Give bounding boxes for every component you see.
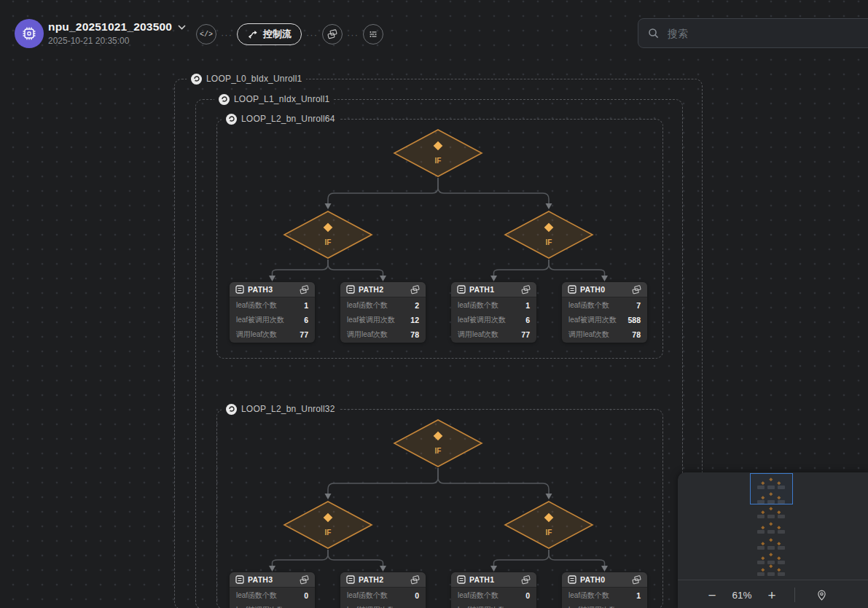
path-card-path0[interactable]: PATH0 leaf函数个数1 leaf被调用次数 调用leaf次数 xyxy=(562,572,647,608)
path-card-path1[interactable]: PATH1 leaf函数个数0 leaf被调用次数 调用leaf次数 xyxy=(451,572,536,608)
layers-icon[interactable] xyxy=(410,575,420,585)
stat-label: leaf函数个数 xyxy=(458,591,498,601)
stat-label: leaf函数个数 xyxy=(458,300,498,311)
stat-value: 1 xyxy=(304,301,308,310)
stat-label: leaf被调用次数 xyxy=(347,315,395,325)
loop-label-l1[interactable]: LOOP_L1_nIdx_Unroll1 xyxy=(214,93,334,106)
if-label: IF xyxy=(435,447,442,455)
stat-label: leaf被调用次数 xyxy=(347,605,395,608)
chevron-down-icon xyxy=(178,25,186,30)
layers-icon[interactable] xyxy=(521,575,531,585)
path-node-icon xyxy=(235,285,244,294)
path-card-header: PATH2 xyxy=(340,572,426,588)
stat-label: leaf被调用次数 xyxy=(568,315,617,325)
path-card-title: PATH0 xyxy=(580,285,628,294)
stat-label: 调用leaf次数 xyxy=(458,330,498,340)
loop-icon xyxy=(226,114,237,125)
stat-label: 调用leaf次数 xyxy=(236,330,277,340)
stat-row: 调用leaf次数77 xyxy=(230,327,315,341)
path-card-title: PATH2 xyxy=(359,285,407,294)
toolbar-separator: ··· xyxy=(305,30,318,39)
if-diamond-shape xyxy=(394,420,482,467)
loop-label-l0[interactable]: LOOP_L0_bIdx_Unroll1 xyxy=(187,72,306,85)
path-card-header: PATH1 xyxy=(451,572,536,588)
stat-value: 77 xyxy=(521,330,530,339)
if-node[interactable]: IF xyxy=(283,500,373,550)
stat-row: leaf函数个数0 xyxy=(230,588,315,602)
path-node-icon xyxy=(457,285,466,294)
search-input[interactable] xyxy=(666,27,851,40)
if-node[interactable]: IF xyxy=(504,500,594,550)
loop-label-text: LOOP_L0_bIdx_Unroll1 xyxy=(206,74,302,84)
divider xyxy=(794,588,795,602)
zoom-in-button[interactable]: + xyxy=(761,588,783,603)
session-timestamp: 2025-10-21 20:35:00 xyxy=(48,36,186,46)
minimap-viewport[interactable] xyxy=(750,473,793,504)
path-node-icon xyxy=(235,575,244,584)
layers-view-button[interactable] xyxy=(322,24,343,44)
stat-row: 调用leaf次数78 xyxy=(562,327,647,341)
code-view-button[interactable]: </> xyxy=(196,24,216,44)
layers-icon[interactable] xyxy=(300,575,309,585)
if-node[interactable]: IF xyxy=(393,418,483,468)
layers-icon[interactable] xyxy=(300,285,309,295)
layers-icon[interactable] xyxy=(410,285,420,295)
path-card-path3[interactable]: PATH3 leaf函数个数0 leaf被调用次数 调用leaf次数 xyxy=(230,572,315,608)
control-flow-button[interactable]: 控制流 xyxy=(237,23,302,45)
path-card-path2[interactable]: PATH2 leaf函数个数0 leaf被调用次数 调用leaf次数 xyxy=(340,572,426,608)
stat-value: 6 xyxy=(525,316,530,324)
zoom-out-button[interactable]: − xyxy=(701,588,723,603)
minimap-panel[interactable]: − 61% + xyxy=(678,472,868,608)
stat-row: leaf被调用次数6 xyxy=(451,313,536,327)
path-card-title: PATH0 xyxy=(580,575,628,584)
layers-icon[interactable] xyxy=(632,575,641,585)
if-diamond-shape xyxy=(284,502,372,548)
path-card-header: PATH3 xyxy=(230,572,315,588)
stat-row: leaf被调用次数12 xyxy=(340,313,426,327)
control-flow-icon xyxy=(247,29,258,40)
path-card-header: PATH3 xyxy=(230,282,315,297)
session-selector[interactable]: npu_20251021_203500 2025-10-21 20:35:00 xyxy=(48,20,186,46)
stat-label: 调用leaf次数 xyxy=(347,330,388,340)
zoom-controls: − 61% + xyxy=(678,580,868,608)
if-node[interactable]: IF xyxy=(283,210,373,260)
stat-row: leaf被调用次数 xyxy=(230,603,315,608)
stat-value: 1 xyxy=(525,301,530,310)
if-label: IF xyxy=(546,238,552,246)
layers-icon[interactable] xyxy=(521,285,531,295)
search-box[interactable] xyxy=(638,18,868,48)
filter-list-button[interactable] xyxy=(363,24,383,44)
stat-row: leaf函数个数1 xyxy=(230,298,315,312)
stat-label: leaf被调用次数 xyxy=(458,605,506,608)
loop-label-l2-unroll64[interactable]: LOOP_L2_bn_Unroll64 xyxy=(222,112,340,125)
stat-label: leaf被调用次数 xyxy=(236,315,284,325)
if-diamond-shape xyxy=(505,502,593,548)
stat-row: leaf被调用次数588 xyxy=(562,313,647,327)
if-node[interactable]: IF xyxy=(393,128,483,178)
code-icon: </> xyxy=(200,31,213,39)
stat-value: 6 xyxy=(304,316,308,324)
loop-label-l2-unroll32[interactable]: LOOP_L2_bn_Unroll32 xyxy=(222,402,340,416)
layers-icon[interactable] xyxy=(632,285,641,295)
loop-label-text: LOOP_L1_nIdx_Unroll1 xyxy=(234,94,329,104)
if-label: IF xyxy=(435,157,442,165)
stat-row: 调用leaf次数78 xyxy=(340,327,426,341)
stat-row: leaf函数个数1 xyxy=(562,588,647,602)
path-card-path0[interactable]: PATH0 leaf函数个数7 leaf被调用次数588 调用leaf次数78 xyxy=(562,282,647,343)
loop-icon xyxy=(191,74,202,85)
loop-icon xyxy=(219,94,230,105)
if-node[interactable]: IF xyxy=(504,210,594,260)
loop-icon xyxy=(226,404,237,415)
if-diamond-shape xyxy=(284,211,372,258)
path-card-path2[interactable]: PATH2 leaf函数个数2 leaf被调用次数12 调用leaf次数78 xyxy=(340,282,426,343)
search-icon xyxy=(647,27,660,39)
path-card-header: PATH2 xyxy=(340,282,426,297)
path-card-path1[interactable]: PATH1 leaf函数个数1 leaf被调用次数6 调用leaf次数77 xyxy=(451,282,536,343)
locate-button[interactable] xyxy=(816,589,828,601)
stat-label: leaf函数个数 xyxy=(568,591,609,601)
stat-label: leaf函数个数 xyxy=(236,300,277,311)
stat-row: leaf函数个数7 xyxy=(562,298,647,312)
if-label: IF xyxy=(325,529,332,537)
path-card-path3[interactable]: PATH3 leaf函数个数1 leaf被调用次数6 调用leaf次数77 xyxy=(230,282,315,343)
filter-list-icon xyxy=(368,29,378,39)
